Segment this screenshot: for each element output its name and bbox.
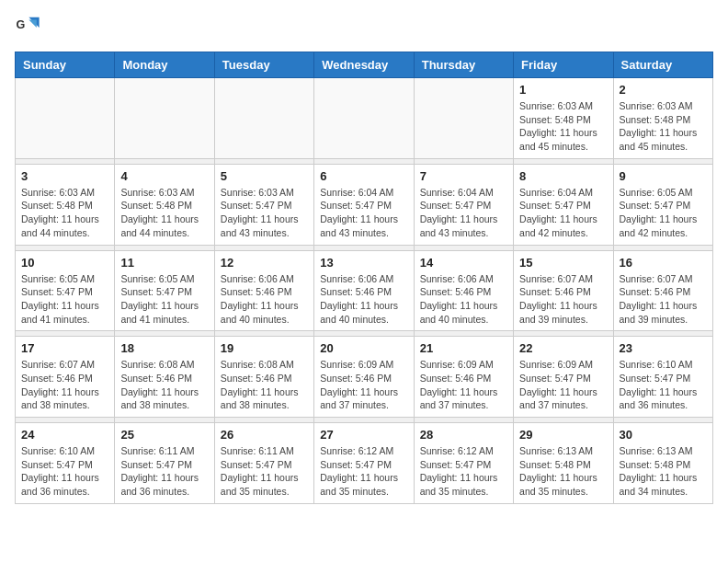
day-number: 7 (420, 169, 507, 183)
day-number: 8 (519, 169, 607, 183)
calendar-day-cell: 5Sunrise: 6:03 AM Sunset: 5:47 PM Daylig… (214, 164, 313, 245)
calendar-day-cell: 28Sunrise: 6:12 AM Sunset: 5:47 PM Dayli… (414, 423, 513, 504)
day-header-tuesday: Tuesday (214, 52, 313, 78)
calendar-day-cell: 16Sunrise: 6:07 AM Sunset: 5:46 PM Dayli… (613, 250, 712, 331)
day-info: Sunrise: 6:07 AM Sunset: 5:46 PM Dayligh… (620, 272, 707, 327)
calendar-day-cell: 27Sunrise: 6:12 AM Sunset: 5:47 PM Dayli… (314, 423, 414, 504)
calendar-week-row: 24Sunrise: 6:10 AM Sunset: 5:47 PM Dayli… (16, 423, 713, 504)
calendar-day-cell (115, 78, 214, 159)
day-info: Sunrise: 6:10 AM Sunset: 5:47 PM Dayligh… (21, 444, 108, 499)
logo: G (15, 15, 44, 40)
calendar-day-cell: 10Sunrise: 6:05 AM Sunset: 5:47 PM Dayli… (16, 250, 115, 331)
day-info: Sunrise: 6:06 AM Sunset: 5:46 PM Dayligh… (320, 272, 407, 327)
day-number: 23 (620, 341, 707, 355)
calendar-day-cell: 17Sunrise: 6:07 AM Sunset: 5:46 PM Dayli… (16, 337, 115, 418)
day-info: Sunrise: 6:03 AM Sunset: 5:48 PM Dayligh… (120, 186, 208, 240)
day-number: 17 (21, 341, 108, 355)
calendar-day-cell (414, 78, 513, 159)
calendar-day-cell: 30Sunrise: 6:13 AM Sunset: 5:48 PM Dayli… (613, 423, 712, 504)
day-info: Sunrise: 6:04 AM Sunset: 5:47 PM Dayligh… (519, 186, 607, 240)
day-info: Sunrise: 6:03 AM Sunset: 5:48 PM Dayligh… (21, 186, 108, 240)
calendar-day-cell: 15Sunrise: 6:07 AM Sunset: 5:46 PM Dayli… (514, 250, 613, 331)
day-number: 29 (519, 428, 607, 442)
day-header-wednesday: Wednesday (314, 52, 414, 78)
day-info: Sunrise: 6:13 AM Sunset: 5:48 PM Dayligh… (620, 444, 707, 499)
calendar-week-row: 17Sunrise: 6:07 AM Sunset: 5:46 PM Dayli… (16, 337, 713, 418)
day-number: 1 (519, 83, 607, 97)
calendar-day-cell: 24Sunrise: 6:10 AM Sunset: 5:47 PM Dayli… (16, 423, 115, 504)
day-info: Sunrise: 6:04 AM Sunset: 5:47 PM Dayligh… (320, 186, 407, 240)
day-info: Sunrise: 6:03 AM Sunset: 5:47 PM Dayligh… (221, 186, 308, 240)
logo-icon: G (15, 15, 40, 40)
calendar-day-cell: 8Sunrise: 6:04 AM Sunset: 5:47 PM Daylig… (514, 164, 613, 245)
day-info: Sunrise: 6:06 AM Sunset: 5:46 PM Dayligh… (420, 272, 507, 327)
day-number: 15 (519, 256, 607, 270)
calendar-week-row: 3Sunrise: 6:03 AM Sunset: 5:48 PM Daylig… (16, 164, 713, 245)
calendar-day-cell (214, 78, 313, 159)
day-info: Sunrise: 6:12 AM Sunset: 5:47 PM Dayligh… (420, 444, 507, 499)
day-number: 25 (120, 428, 208, 442)
day-number: 2 (620, 83, 707, 97)
day-number: 24 (21, 428, 108, 442)
day-info: Sunrise: 6:11 AM Sunset: 5:47 PM Dayligh… (221, 444, 308, 499)
calendar-day-cell: 22Sunrise: 6:09 AM Sunset: 5:47 PM Dayli… (514, 337, 613, 418)
calendar-day-cell: 29Sunrise: 6:13 AM Sunset: 5:48 PM Dayli… (514, 423, 613, 504)
day-number: 28 (420, 428, 507, 442)
calendar-day-cell: 20Sunrise: 6:09 AM Sunset: 5:46 PM Dayli… (314, 337, 414, 418)
calendar-day-cell: 21Sunrise: 6:09 AM Sunset: 5:46 PM Dayli… (414, 337, 513, 418)
calendar-day-cell: 12Sunrise: 6:06 AM Sunset: 5:46 PM Dayli… (214, 250, 313, 331)
day-number: 6 (320, 169, 407, 183)
day-number: 22 (519, 341, 607, 355)
day-number: 18 (120, 341, 208, 355)
day-number: 14 (420, 256, 507, 270)
day-number: 27 (320, 428, 407, 442)
calendar-header-row: SundayMondayTuesdayWednesdayThursdayFrid… (16, 52, 713, 78)
calendar-day-cell: 25Sunrise: 6:11 AM Sunset: 5:47 PM Dayli… (115, 423, 214, 504)
day-info: Sunrise: 6:07 AM Sunset: 5:46 PM Dayligh… (21, 358, 108, 412)
calendar-day-cell: 11Sunrise: 6:05 AM Sunset: 5:47 PM Dayli… (115, 250, 214, 331)
day-header-friday: Friday (514, 52, 613, 78)
day-info: Sunrise: 6:08 AM Sunset: 5:46 PM Dayligh… (221, 358, 308, 412)
day-number: 12 (221, 256, 308, 270)
day-info: Sunrise: 6:04 AM Sunset: 5:47 PM Dayligh… (420, 186, 507, 240)
calendar-day-cell: 13Sunrise: 6:06 AM Sunset: 5:46 PM Dayli… (314, 250, 414, 331)
day-info: Sunrise: 6:09 AM Sunset: 5:46 PM Dayligh… (320, 358, 407, 412)
calendar-day-cell: 18Sunrise: 6:08 AM Sunset: 5:46 PM Dayli… (115, 337, 214, 418)
calendar-day-cell: 9Sunrise: 6:05 AM Sunset: 5:47 PM Daylig… (613, 164, 712, 245)
day-info: Sunrise: 6:05 AM Sunset: 5:47 PM Dayligh… (120, 272, 208, 327)
day-header-saturday: Saturday (613, 52, 712, 78)
svg-text:G: G (16, 18, 25, 31)
calendar-day-cell: 1Sunrise: 6:03 AM Sunset: 5:48 PM Daylig… (514, 78, 613, 159)
day-number: 13 (320, 256, 407, 270)
calendar-day-cell: 6Sunrise: 6:04 AM Sunset: 5:47 PM Daylig… (314, 164, 414, 245)
day-info: Sunrise: 6:05 AM Sunset: 5:47 PM Dayligh… (620, 186, 707, 240)
day-header-monday: Monday (115, 52, 214, 78)
day-info: Sunrise: 6:03 AM Sunset: 5:48 PM Dayligh… (519, 99, 607, 154)
day-info: Sunrise: 6:08 AM Sunset: 5:46 PM Dayligh… (120, 358, 208, 412)
day-number: 30 (620, 428, 707, 442)
day-info: Sunrise: 6:05 AM Sunset: 5:47 PM Dayligh… (21, 272, 108, 327)
day-header-thursday: Thursday (414, 52, 513, 78)
calendar-day-cell: 7Sunrise: 6:04 AM Sunset: 5:47 PM Daylig… (414, 164, 513, 245)
day-number: 9 (620, 169, 707, 183)
day-info: Sunrise: 6:03 AM Sunset: 5:48 PM Dayligh… (620, 99, 707, 154)
calendar-day-cell: 2Sunrise: 6:03 AM Sunset: 5:48 PM Daylig… (613, 78, 712, 159)
day-number: 5 (221, 169, 308, 183)
page-header: G (15, 15, 713, 40)
calendar-day-cell: 14Sunrise: 6:06 AM Sunset: 5:46 PM Dayli… (414, 250, 513, 331)
calendar-day-cell: 4Sunrise: 6:03 AM Sunset: 5:48 PM Daylig… (115, 164, 214, 245)
calendar-week-row: 1Sunrise: 6:03 AM Sunset: 5:48 PM Daylig… (16, 78, 713, 159)
day-number: 11 (120, 256, 208, 270)
calendar-day-cell: 3Sunrise: 6:03 AM Sunset: 5:48 PM Daylig… (16, 164, 115, 245)
day-header-sunday: Sunday (16, 52, 115, 78)
calendar-day-cell: 26Sunrise: 6:11 AM Sunset: 5:47 PM Dayli… (214, 423, 313, 504)
day-number: 20 (320, 341, 407, 355)
day-info: Sunrise: 6:10 AM Sunset: 5:47 PM Dayligh… (620, 358, 707, 412)
calendar-day-cell (16, 78, 115, 159)
day-number: 3 (21, 169, 108, 183)
day-info: Sunrise: 6:13 AM Sunset: 5:48 PM Dayligh… (519, 444, 607, 499)
day-number: 21 (420, 341, 507, 355)
calendar-day-cell: 23Sunrise: 6:10 AM Sunset: 5:47 PM Dayli… (613, 337, 712, 418)
day-number: 19 (221, 341, 308, 355)
day-number: 4 (120, 169, 208, 183)
